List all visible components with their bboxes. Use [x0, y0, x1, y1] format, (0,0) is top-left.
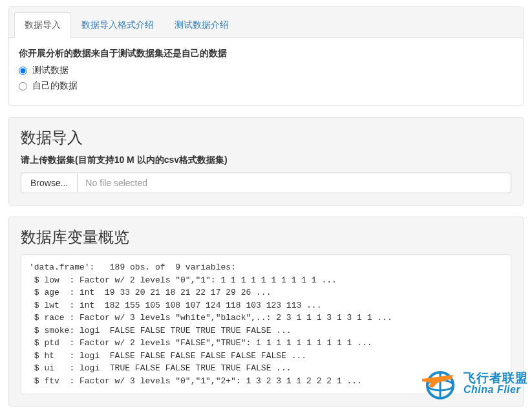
- variable-overview-code: 'data.frame': 189 obs. of 9 variables: $…: [21, 254, 511, 394]
- radio-test-data[interactable]: [19, 67, 27, 75]
- data-source-question: 你开展分析的数据来自于测试数据集还是自己的数据: [19, 48, 513, 59]
- tab-panel: 数据导入 数据导入格式介绍 测试数据介绍 你开展分析的数据来自于测试数据集还是自…: [8, 6, 524, 106]
- section-overview: 数据库变量概览 'data.frame': 189 obs. of 9 vari…: [8, 217, 524, 407]
- radio-row-test-data: 测试数据: [19, 65, 513, 76]
- section-import: 数据导入 请上传数据集(目前支持10 M 以内的csv格式数据集) Browse…: [8, 117, 524, 206]
- radio-label-test-data[interactable]: 测试数据: [32, 65, 69, 76]
- section-overview-title: 数据库变量概览: [21, 227, 511, 248]
- tab-content: 你开展分析的数据来自于测试数据集还是自己的数据 测试数据 自己的数据: [9, 38, 523, 105]
- tab-label: 测试数据介绍: [175, 19, 229, 30]
- tab-import-format-intro[interactable]: 数据导入格式介绍: [71, 12, 164, 38]
- tab-bar: 数据导入 数据导入格式介绍 测试数据介绍: [9, 7, 523, 38]
- file-input-row: Browse... No file selected: [21, 173, 511, 193]
- radio-row-own-data: 自己的数据: [19, 80, 513, 92]
- tab-test-data-intro[interactable]: 测试数据介绍: [164, 12, 239, 38]
- tab-label: 数据导入: [25, 19, 61, 30]
- section-import-title: 数据导入: [21, 127, 511, 148]
- section-import-subtitle: 请上传数据集(目前支持10 M 以内的csv格式数据集): [21, 154, 511, 166]
- tab-data-import[interactable]: 数据导入: [14, 12, 71, 38]
- radio-own-data[interactable]: [19, 82, 27, 90]
- file-selected-text[interactable]: No file selected: [77, 173, 511, 193]
- radio-label-own-data[interactable]: 自己的数据: [32, 80, 78, 92]
- tab-label: 数据导入格式介绍: [81, 19, 154, 30]
- browse-button[interactable]: Browse...: [21, 173, 77, 193]
